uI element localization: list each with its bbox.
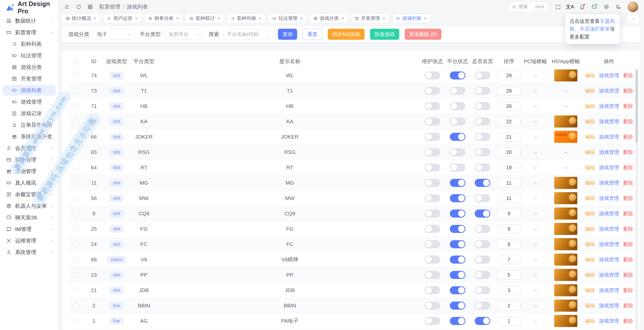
topbar-menu-link[interactable]: 开启顶栏菜单 bbox=[580, 26, 610, 32]
delete-link[interactable]: 删除 bbox=[623, 180, 633, 186]
maintain-toggle[interactable] bbox=[425, 194, 440, 202]
homepage-toggle[interactable] bbox=[475, 256, 490, 264]
delete-link[interactable]: 删除 bbox=[623, 149, 633, 156]
edit-link[interactable]: 编辑 bbox=[585, 180, 595, 186]
maintain-toggle[interactable] bbox=[425, 148, 440, 156]
edit-link[interactable]: 编辑 bbox=[585, 164, 595, 171]
homepage-toggle[interactable] bbox=[475, 87, 490, 95]
tab-close-icon[interactable]: × bbox=[176, 16, 179, 21]
delete-link[interactable]: 删除 bbox=[623, 287, 633, 294]
row-checkbox[interactable] bbox=[73, 257, 78, 262]
maintain-toggle[interactable] bbox=[425, 179, 440, 187]
sidebar-item-聊天室28[interactable]: 聊天室28 bbox=[0, 212, 58, 223]
sort-input[interactable]: 21 bbox=[497, 132, 520, 141]
platform-status-toggle[interactable] bbox=[450, 210, 465, 218]
sidebar-item-系统彩预开奖[interactable]: 系统彩预开奖 bbox=[0, 131, 58, 142]
sort-input[interactable]: 19 bbox=[497, 163, 520, 172]
row-checkbox[interactable] bbox=[73, 134, 78, 140]
maintain-toggle[interactable] bbox=[425, 317, 440, 325]
dark-mode-button[interactable] bbox=[613, 2, 623, 12]
sort-input[interactable]: 3 bbox=[497, 286, 520, 295]
reset-button[interactable]: 重置 bbox=[303, 29, 322, 40]
tab-item[interactable]: 游戏列表× bbox=[392, 14, 430, 23]
scrollbar-thumb[interactable] bbox=[635, 69, 638, 142]
homepage-toggle[interactable] bbox=[475, 225, 490, 233]
sort-input[interactable]: 2 bbox=[497, 301, 520, 310]
game-manage-link[interactable]: 游戏管理 bbox=[599, 164, 619, 171]
language-button[interactable]: 文A bbox=[565, 2, 575, 12]
sidebar-item-彩票管理[interactable]: 彩票管理 bbox=[0, 27, 58, 38]
platform-status-toggle[interactable] bbox=[450, 225, 465, 233]
delete-link[interactable]: 删除 bbox=[623, 195, 633, 202]
homepage-toggle[interactable] bbox=[475, 102, 490, 110]
tab-options-button[interactable] bbox=[627, 14, 639, 24]
breadcrumb-section[interactable]: 彩票管理 bbox=[99, 3, 120, 10]
edit-link[interactable]: 编辑 bbox=[585, 195, 595, 202]
platform-status-toggle[interactable] bbox=[450, 271, 465, 279]
tab-close-icon[interactable]: × bbox=[300, 16, 303, 21]
tab-item[interactable]: 彩种列表× bbox=[227, 14, 265, 23]
platform-status-toggle[interactable] bbox=[450, 179, 465, 187]
game-manage-link[interactable]: 游戏管理 bbox=[599, 272, 619, 278]
tab-close-icon[interactable]: × bbox=[217, 16, 220, 21]
apps-grid-button[interactable] bbox=[85, 2, 95, 12]
game-manage-link[interactable]: 游戏管理 bbox=[599, 195, 619, 202]
edit-link[interactable]: 编辑 bbox=[585, 149, 595, 156]
sync-ng-games-button[interactable]: 同步NG游戏 bbox=[328, 29, 365, 40]
game-manage-link[interactable]: 游戏管理 bbox=[599, 149, 619, 156]
tab-item[interactable]: 用户运营× bbox=[103, 14, 141, 23]
settings-button[interactable] bbox=[601, 2, 611, 12]
sort-input[interactable]: 28 bbox=[497, 86, 520, 95]
edit-link[interactable]: 编辑 bbox=[585, 134, 595, 140]
game-manage-link[interactable]: 游戏管理 bbox=[599, 72, 619, 79]
platform-status-toggle[interactable] bbox=[450, 148, 465, 156]
sort-input[interactable]: 26 bbox=[497, 102, 520, 111]
homepage-toggle[interactable] bbox=[475, 179, 490, 187]
edit-link[interactable]: 编辑 bbox=[585, 287, 595, 294]
game-manage-link[interactable]: 游戏管理 bbox=[599, 88, 619, 94]
refresh-button[interactable] bbox=[73, 2, 84, 12]
tab-item[interactable]: 游戏分类× bbox=[310, 14, 348, 23]
row-checkbox[interactable] bbox=[73, 226, 78, 232]
game-manage-link[interactable]: 游戏管理 bbox=[599, 256, 619, 263]
tab-close-icon[interactable]: × bbox=[383, 16, 385, 21]
platform-status-toggle[interactable] bbox=[450, 256, 465, 264]
game-manage-link[interactable]: 游戏管理 bbox=[599, 302, 619, 309]
sidebar-item-游戏列表[interactable]: 游戏列表 bbox=[0, 85, 58, 96]
platform-status-toggle[interactable] bbox=[450, 194, 465, 202]
maintain-toggle[interactable] bbox=[425, 302, 440, 310]
homepage-toggle[interactable] bbox=[475, 210, 490, 218]
platform-status-toggle[interactable] bbox=[450, 117, 465, 126]
sidebar-item-玩法管理[interactable]: 玩法管理 bbox=[0, 50, 58, 61]
select-all-checkbox[interactable] bbox=[73, 59, 78, 64]
tab-close-icon[interactable]: × bbox=[424, 16, 427, 21]
delete-link[interactable]: 删除 bbox=[623, 134, 633, 140]
platform-status-toggle[interactable] bbox=[450, 163, 465, 172]
homepage-toggle[interactable] bbox=[475, 148, 490, 156]
notifications-button[interactable] bbox=[577, 2, 587, 12]
app-logo[interactable]: Art Design Pro bbox=[0, 0, 58, 15]
sidebar-item-财务管理[interactable]: 财务管理 bbox=[0, 154, 58, 166]
sidebar-item-运维管理[interactable]: 运维管理 bbox=[0, 235, 58, 246]
game-manage-link[interactable]: 游戏管理 bbox=[599, 210, 619, 217]
edit-link[interactable]: 编辑 bbox=[585, 272, 595, 278]
sort-input[interactable]: 8 bbox=[497, 240, 520, 249]
sidebar-item-活动管理[interactable]: 活动管理 bbox=[0, 166, 58, 177]
edit-link[interactable]: 编辑 bbox=[585, 103, 595, 110]
homepage-toggle[interactable] bbox=[475, 317, 490, 325]
edit-link[interactable]: 编辑 bbox=[585, 302, 595, 309]
sidebar-item-开奖管理[interactable]: 开奖管理 bbox=[0, 73, 58, 85]
sort-input[interactable]: 22 bbox=[497, 117, 520, 126]
maintain-toggle[interactable] bbox=[425, 133, 440, 141]
row-checkbox[interactable] bbox=[73, 104, 78, 109]
sidebar-item-游戏记录[interactable]: 游戏记录 bbox=[0, 108, 58, 119]
row-checkbox[interactable] bbox=[73, 119, 78, 124]
publish-games-button[interactable]: 投放游戏 bbox=[370, 29, 399, 40]
edit-link[interactable]: 编辑 bbox=[585, 118, 595, 125]
platform-search-input[interactable] bbox=[223, 29, 269, 39]
edit-link[interactable]: 编辑 bbox=[585, 241, 595, 248]
sidebar-item-注单异常检测[interactable]: 注单异常检测 bbox=[0, 119, 58, 131]
maintain-toggle[interactable] bbox=[425, 87, 440, 95]
sort-input[interactable]: 9 bbox=[497, 224, 520, 233]
maintain-toggle[interactable] bbox=[425, 102, 440, 110]
